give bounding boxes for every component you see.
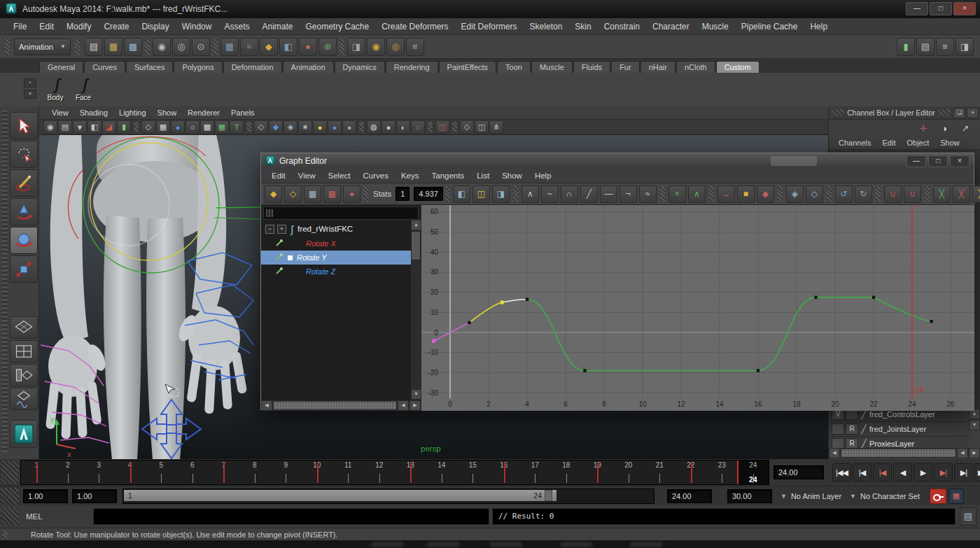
- shelf-tab-muscle[interactable]: Muscle: [531, 61, 573, 73]
- range-slider-grip[interactable]: [1, 488, 19, 505]
- channel-box-menu-channels[interactable]: Channels: [833, 139, 876, 147]
- smooth-shade-icon[interactable]: ●: [171, 120, 185, 134]
- panel-maximize-button[interactable]: ❏: [953, 108, 965, 118]
- viewport-menu-view[interactable]: View: [46, 108, 74, 117]
- keyframe[interactable]: [468, 321, 470, 324]
- timeline-frame-21[interactable]: 21: [644, 461, 676, 484]
- flower-shading-icon[interactable]: ∗: [298, 120, 312, 134]
- time-slider-grip[interactable]: [1, 461, 19, 484]
- unify-tangents-icon[interactable]: ∧: [688, 185, 706, 203]
- graph-editor-menu-help[interactable]: Help: [528, 171, 558, 180]
- layer-visibility-toggle[interactable]: [832, 423, 844, 435]
- menu-edit[interactable]: Edit: [33, 22, 60, 31]
- snap-to-surface-icon[interactable]: ●: [299, 38, 317, 56]
- graph-editor-menu-keys[interactable]: Keys: [395, 171, 426, 180]
- textured-mode-icon[interactable]: ▦: [215, 120, 229, 134]
- timeline-frame-18[interactable]: 18: [551, 461, 582, 484]
- curve-segment[interactable]: [874, 297, 932, 321]
- grease-frames-icon[interactable]: ▮: [117, 120, 131, 134]
- outliner-persp-layout-button[interactable]: [10, 364, 38, 386]
- render-settings-icon[interactable]: ≡: [406, 38, 424, 56]
- animation-curve-graph[interactable]: 6050403020100-10-20-30024681012141618202…: [421, 205, 974, 411]
- camera-icon[interactable]: ◉: [43, 120, 57, 134]
- quick-selection-highlight-icon[interactable]: ▮: [897, 38, 915, 56]
- graph-editor-close-button[interactable]: ×: [950, 155, 969, 167]
- scrollbar-thumb[interactable]: [841, 449, 956, 458]
- menu-animate[interactable]: Animate: [255, 22, 299, 31]
- four-pane-layout-button[interactable]: [10, 340, 38, 363]
- channel-rotate-y[interactable]: Rotate Y: [261, 251, 421, 265]
- menu-edit-deformers[interactable]: Edit Deformers: [455, 22, 524, 31]
- character-model[interactable]: [46, 135, 247, 460]
- shelf-tab-fur[interactable]: Fur: [611, 61, 640, 73]
- film-gate-icon[interactable]: ▦: [156, 120, 170, 134]
- camera-settings-icon[interactable]: ▤: [58, 120, 72, 134]
- select-hierarchy-mode-icon[interactable]: ◉: [153, 38, 171, 56]
- menu-window[interactable]: Window: [176, 22, 218, 31]
- timeline-frame-14[interactable]: 14: [426, 461, 458, 484]
- region-select-tool-icon[interactable]: ▩: [323, 185, 341, 203]
- sphere-b-icon[interactable]: ◐: [396, 120, 410, 134]
- playback-start-field[interactable]: 1.00: [72, 489, 117, 503]
- clamped-tangents-icon[interactable]: ∩: [561, 185, 578, 203]
- keyframe[interactable]: [930, 320, 932, 323]
- mel-command-input[interactable]: [93, 508, 489, 525]
- graph-editor-titlebar[interactable]: Graph Editor — □ ×: [261, 153, 974, 169]
- shelf-tab-animation[interactable]: Animation: [283, 61, 334, 73]
- menu-set-dropdown[interactable]: Animation ▼: [14, 38, 71, 55]
- playback-end-field[interactable]: 24.00: [667, 489, 712, 503]
- bounding-box-icon[interactable]: ▩: [200, 120, 214, 134]
- shelf-tab-surfaces[interactable]: Surfaces: [126, 61, 173, 73]
- panel-close-button[interactable]: ×: [967, 108, 979, 118]
- chevron-down-icon[interactable]: ▼: [780, 493, 787, 500]
- window-titlebar[interactable]: Autodesk Maya 2014: F:\walk.mb* --- fred…: [0, 0, 980, 18]
- shelf-tab-custom[interactable]: Custom: [716, 61, 760, 73]
- shelf-tab-general[interactable]: General: [39, 61, 83, 73]
- character-set-selector[interactable]: No Character Set: [860, 492, 920, 500]
- graph-editor-menu-view[interactable]: View: [292, 171, 322, 180]
- shelf-tab-fluids[interactable]: Fluids: [573, 61, 610, 73]
- keyframe[interactable]: [583, 369, 586, 372]
- lattice-deform-keys-tool-icon[interactable]: ▦: [304, 185, 321, 203]
- select-tool[interactable]: [10, 112, 38, 139]
- free-tangent-weight-icon[interactable]: ↔: [718, 185, 735, 203]
- shelf-tab-nhair[interactable]: nHair: [640, 61, 676, 73]
- post-infinity-cycle-icon[interactable]: ↻: [855, 185, 872, 203]
- render-view-icon[interactable]: ◨: [347, 38, 365, 56]
- timeline-frame-10[interactable]: 10: [302, 461, 333, 484]
- lock-tangent-weight-icon[interactable]: ■: [737, 185, 755, 203]
- speed-ramp-icon[interactable]: ◑: [936, 120, 953, 136]
- timeline-frame-23[interactable]: 23: [706, 461, 738, 484]
- command-result-field[interactable]: // Result: 0: [492, 508, 955, 525]
- timeline-frame-7[interactable]: 7: [208, 461, 239, 484]
- light-ball-blue-icon[interactable]: ●: [328, 120, 342, 134]
- layer-row-fred-jointslayer[interactable]: R╱fred_JointsLayer: [829, 422, 969, 437]
- linear-tangents-icon[interactable]: ╱: [580, 185, 598, 203]
- select-component-mode-icon[interactable]: ⊙: [192, 38, 210, 56]
- timeline-frame-16[interactable]: 16: [489, 461, 520, 484]
- move-tool[interactable]: [10, 198, 38, 225]
- play-forwards-button[interactable]: ▶: [913, 463, 932, 482]
- menu-create[interactable]: Create: [97, 22, 135, 31]
- snap-to-point-icon[interactable]: ◆: [260, 38, 278, 56]
- channel-box-menu-show[interactable]: Show: [934, 139, 965, 147]
- scroll-down-icon[interactable]: ▼: [969, 420, 980, 430]
- render-current-frame-icon[interactable]: ◉: [367, 38, 385, 56]
- snap-to-plane-icon[interactable]: ◧: [279, 38, 298, 56]
- timeline-frame-12[interactable]: 12: [364, 461, 396, 484]
- tangent-handle[interactable]: [500, 300, 504, 304]
- snap-to-curve-icon[interactable]: ≈: [240, 38, 258, 56]
- menu-assets[interactable]: Assets: [218, 22, 255, 31]
- viewport-menu-lighting[interactable]: Lighting: [113, 108, 152, 117]
- channel-box-toggle-icon[interactable]: ◨: [955, 38, 974, 56]
- shelf-tab-painteffects[interactable]: PaintEffects: [439, 61, 497, 73]
- shelf-tab-curves[interactable]: Curves: [84, 61, 125, 73]
- layer-editor-horizontal-scrollbar[interactable]: ◀ ◀ ▶: [829, 448, 980, 458]
- menu-file[interactable]: File: [7, 22, 33, 31]
- graph-editor-maximize-button[interactable]: □: [928, 155, 948, 167]
- stats-value-field[interactable]: 4.937: [414, 187, 443, 201]
- menu-geometry-cache[interactable]: Geometry Cache: [300, 22, 376, 31]
- viewport-menu-shading[interactable]: Shading: [74, 108, 113, 117]
- time-snap-icon[interactable]: ◈: [786, 185, 804, 203]
- graph-editor-menu-select[interactable]: Select: [322, 171, 357, 180]
